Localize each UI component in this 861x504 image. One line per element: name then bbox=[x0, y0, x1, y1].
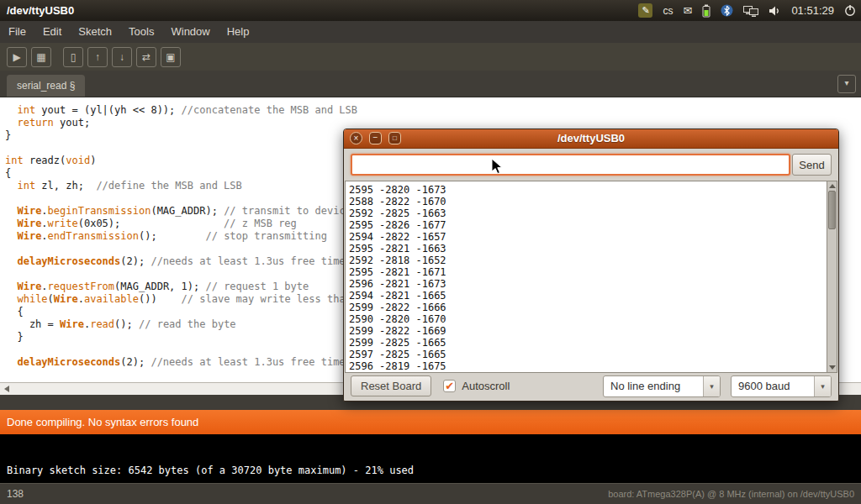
top-panel: /dev/ttyUSB0 ✎ cs ✉ 01:51:29 bbox=[0, 0, 861, 21]
scroll-left-arrow-icon[interactable] bbox=[4, 386, 9, 392]
code-line: return yout; bbox=[5, 117, 861, 129]
tab-menu-button[interactable]: ▾ bbox=[837, 75, 856, 93]
serial-line: 2599 -2825 -1665 bbox=[349, 337, 824, 349]
board-info: board: ATmega328P(A) @ 8 MHz (internal) … bbox=[608, 489, 854, 499]
serial-line: 2595 -2821 -1663 bbox=[349, 243, 824, 255]
serial-line: 2592 -2825 -1663 bbox=[349, 207, 824, 219]
volume-icon[interactable] bbox=[769, 5, 781, 17]
tab-bar: serial_read § ▾ bbox=[0, 71, 861, 97]
system-tray: ✎ cs ✉ 01:51:29 bbox=[638, 0, 856, 21]
menu-sketch[interactable]: Sketch bbox=[70, 21, 120, 43]
tab-serial-read[interactable]: serial_read § bbox=[7, 75, 85, 97]
chevron-down-icon: ▾ bbox=[703, 376, 720, 396]
input-method-icon[interactable]: ✎ bbox=[638, 3, 652, 18]
line-number-indicator: 138 bbox=[7, 488, 24, 500]
serial-monitor-titlebar[interactable]: × − □ /dev/ttyUSB0 bbox=[344, 129, 838, 149]
network-icon[interactable] bbox=[743, 5, 758, 17]
new-sketch-button[interactable]: ▯ bbox=[63, 47, 83, 67]
line-ending-select[interactable]: No line ending ▾ bbox=[603, 375, 721, 397]
console-output: Binary sketch size: 6542 bytes (of a 307… bbox=[7, 465, 854, 476]
serial-monitor-window: × − □ /dev/ttyUSB0 Send 2595 -2820 -1673… bbox=[343, 129, 839, 402]
code-line: int yout = (yl|(yh << 8)); //concatenate… bbox=[5, 104, 861, 117]
session-menu-icon[interactable] bbox=[844, 4, 856, 17]
serial-scrollbar[interactable] bbox=[827, 181, 837, 373]
serial-line: 2599 -2822 -1666 bbox=[349, 302, 824, 313]
menu-bar: FileEditSketchToolsWindowHelp bbox=[0, 21, 861, 43]
serial-monitor-button[interactable]: ▣ bbox=[161, 47, 181, 67]
menu-edit[interactable]: Edit bbox=[34, 21, 70, 43]
reset-board-button[interactable]: Reset Board bbox=[351, 375, 431, 396]
serial-line: 2595 -2826 -1677 bbox=[349, 219, 824, 231]
mail-icon[interactable]: ✉ bbox=[683, 4, 692, 17]
serial-line: 2592 -2818 -1652 bbox=[349, 255, 824, 266]
window-maximize-button[interactable]: □ bbox=[388, 132, 401, 144]
menu-window[interactable]: Window bbox=[162, 21, 218, 43]
window-minimize-button[interactable]: − bbox=[369, 132, 382, 144]
menu-file[interactable]: File bbox=[0, 21, 34, 43]
serial-output[interactable]: 2595 -2820 -16732588 -2822 -16702592 -28… bbox=[345, 181, 828, 373]
baud-rate-select[interactable]: 9600 baud ▾ bbox=[731, 375, 832, 397]
serial-line: 2594 -2822 -1657 bbox=[349, 231, 824, 243]
open-sketch-button[interactable]: ↑ bbox=[87, 47, 108, 67]
stop-button[interactable]: ▦ bbox=[31, 47, 51, 67]
serial-line: 2597 -2825 -1665 bbox=[349, 349, 824, 360]
menu-help[interactable]: Help bbox=[219, 21, 258, 43]
keyboard-layout-indicator[interactable]: cs bbox=[663, 5, 673, 17]
serial-line: 2595 -2820 -1673 bbox=[349, 184, 824, 196]
desktop: /dev/ttyUSB0 ✎ cs ✉ 01:51:29 FileEditSke… bbox=[0, 0, 861, 504]
status-message: Done compiling. No syntax errors found bbox=[7, 416, 198, 428]
window-close-button[interactable]: × bbox=[350, 132, 362, 144]
line-ending-value: No line ending bbox=[604, 380, 703, 392]
footer-status-bar: 138 board: ATmega328P(A) @ 8 MHz (intern… bbox=[0, 483, 861, 504]
serial-input-field[interactable] bbox=[351, 154, 790, 176]
mouse-cursor bbox=[491, 158, 505, 176]
upload-button[interactable]: ⇄ bbox=[136, 47, 156, 67]
serial-line: 2588 -2822 -1670 bbox=[349, 196, 824, 207]
autoscroll-checkbox[interactable]: ✔ bbox=[443, 380, 456, 392]
serial-line: 2596 -2821 -1673 bbox=[349, 278, 824, 290]
serial-line: 2595 -2821 -1671 bbox=[349, 266, 824, 278]
baud-rate-value: 9600 baud bbox=[732, 380, 814, 392]
battery-icon[interactable] bbox=[702, 4, 710, 18]
scroll-up-arrow-icon[interactable] bbox=[829, 184, 836, 188]
chevron-down-icon: ▾ bbox=[814, 376, 831, 396]
serial-line: 2594 -2821 -1665 bbox=[349, 290, 824, 302]
autoscroll-label: Autoscroll bbox=[462, 380, 510, 392]
tab-label: serial_read § bbox=[17, 80, 75, 92]
scroll-down-arrow-icon[interactable] bbox=[829, 365, 836, 370]
bluetooth-icon[interactable] bbox=[721, 4, 733, 17]
window-title: /dev/ttyUSB0 bbox=[344, 129, 838, 148]
scrollbar-thumb[interactable] bbox=[828, 191, 836, 229]
panel-window-title: /dev/ttyUSB0 bbox=[7, 4, 74, 17]
menu-tools[interactable]: Tools bbox=[120, 21, 162, 43]
save-sketch-button[interactable]: ↓ bbox=[112, 47, 132, 67]
verify-button[interactable]: ▶ bbox=[7, 47, 27, 67]
serial-monitor-footer: Reset Board ✔ Autoscroll No line ending … bbox=[344, 371, 838, 401]
status-bar: Done compiling. No syntax errors found bbox=[0, 410, 861, 434]
serial-line: 2590 -2820 -1670 bbox=[349, 313, 824, 325]
serial-line: 2596 -2819 -1675 bbox=[349, 360, 824, 372]
build-console: Binary sketch size: 6542 bytes (of a 307… bbox=[0, 434, 861, 483]
serial-line: 2599 -2822 -1669 bbox=[349, 325, 824, 337]
send-button[interactable]: Send bbox=[792, 154, 832, 176]
clock[interactable]: 01:51:29 bbox=[791, 4, 834, 17]
toolbar: ▶▦▯↑↓⇄▣ bbox=[0, 43, 861, 71]
